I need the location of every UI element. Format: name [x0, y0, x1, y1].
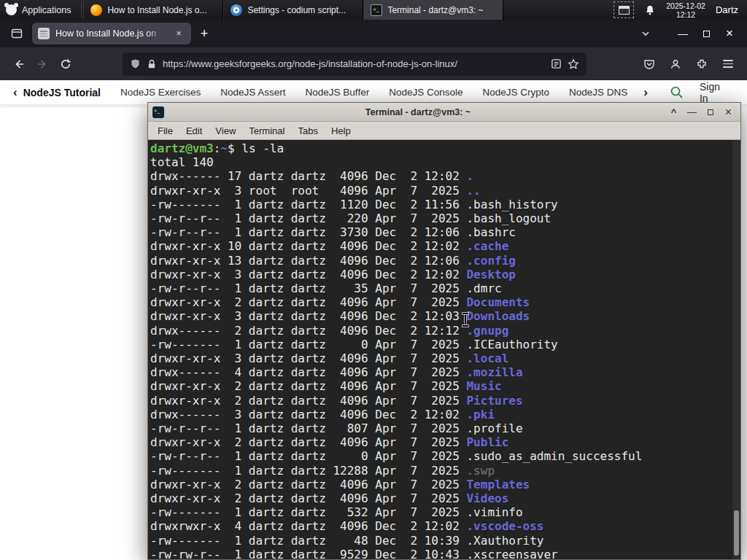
terminal-line: drwx------ 4 dartz dartz 4096 Apr 7 2025… [150, 365, 740, 379]
tracking-shield-icon[interactable] [130, 58, 141, 69]
window-minimize-button[interactable]: — [671, 23, 694, 44]
maximize-icon [703, 31, 710, 37]
terminal-line: drwxr-xr-x 3 dartz dartz 4096 Dec 2 12:0… [150, 309, 740, 323]
terminal-line: -rw------- 1 dartz dartz 12288 Apr 7 202… [150, 464, 740, 478]
site-nav-item[interactable]: NodeJS Console [389, 87, 462, 98]
terminal-menubar: FileEditViewTerminalTabsHelp [148, 122, 740, 140]
file-name: .cache [466, 239, 508, 253]
list-tabs-chevron-icon[interactable] [635, 23, 657, 44]
browser-tab[interactable]: How to Install Node.js on × [32, 23, 191, 44]
terminal-menu-view[interactable]: View [209, 123, 242, 139]
terminal-command: ls -la [241, 141, 284, 155]
nav-back-chevron-icon[interactable]: ‹ [7, 85, 23, 100]
file-name: .pki [466, 408, 495, 421]
site-nav-item[interactable]: NodeJS Crypto [482, 87, 549, 98]
back-button[interactable] [7, 52, 31, 76]
taskbar-window-title: Terminal - dartz@vm3: ~ [387, 5, 483, 15]
terminal-line: drwxr-xr-x 3 dartz dartz 4096 Dec 2 12:0… [150, 268, 740, 281]
terminal-line: drwxr-xr-x 2 dartz dartz 4096 Apr 7 2025… [150, 295, 740, 309]
tray-terminal-icon[interactable] [614, 1, 634, 18]
file-name: .bashrc [466, 225, 515, 239]
site-nav-item[interactable]: NodeJS Exercises [120, 87, 201, 98]
firefox-view-icon[interactable] [6, 23, 28, 44]
terminal-line: -rw-r--r-- 1 dartz dartz 807 Apr 7 2025 … [150, 421, 740, 435]
terminal-line: drwxr-xr-x 13 dartz dartz 4096 Dec 2 12:… [150, 254, 740, 268]
terminal-line: -rw------- 1 dartz dartz 532 Apr 7 2025 … [150, 505, 740, 519]
terminal-listing: drwx------ 17 dartz dartz 4096 Dec 2 12:… [150, 169, 740, 559]
terminal-menu-tabs[interactable]: Tabs [291, 123, 324, 139]
taskbar-window-button[interactable]: Settings - codium script... [223, 0, 363, 20]
file-name: .profile [466, 421, 522, 435]
applications-menu-button[interactable]: Applications [0, 0, 80, 20]
terminal-titlebar[interactable]: Terminal - dartz@vm3: ~ ^ — × [148, 103, 740, 122]
terminal-maximize-button[interactable] [703, 105, 718, 119]
site-nav-items: NodeJS TutorialNodeJS ExercisesNodeJS As… [23, 87, 638, 98]
terminal-scrollbar[interactable] [732, 140, 740, 559]
terminal-menu-help[interactable]: Help [325, 123, 357, 139]
file-name: .local [466, 351, 508, 365]
terminal-line: drwx------ 3 dartz dartz 4096 Dec 2 12:0… [150, 408, 740, 421]
terminal-line: -rw-rw-r-- 1 dartz dartz 9529 Dec 2 10:4… [150, 548, 740, 559]
site-nav-item[interactable]: NodeJS Assert [220, 87, 285, 98]
site-search-icon[interactable] [670, 85, 684, 99]
terminal-close-button[interactable]: × [721, 105, 736, 119]
file-name: .swp [466, 464, 495, 478]
lock-icon[interactable] [147, 59, 157, 69]
nav-forward-chevron-icon[interactable]: › [638, 85, 654, 100]
taskbar-window-button[interactable]: How to Install Node.js o... [83, 0, 223, 20]
new-tab-button[interactable]: + [194, 23, 214, 44]
url-bar[interactable]: https://www.geeksforgeeks.org/node-js/in… [123, 52, 587, 76]
terminal-line: -rw-r--r-- 1 dartz dartz 220 Apr 7 2025 … [150, 211, 740, 225]
terminal-shade-button[interactable]: ^ [666, 105, 681, 119]
file-name: Templates [466, 478, 530, 491]
terminal-menu-file[interactable]: File [151, 123, 179, 139]
prompt-user-host: dartz@vm3 [150, 141, 214, 155]
site-nav-item[interactable]: NodeJS Buffer [306, 87, 370, 98]
terminal-line: -rw------- 1 dartz dartz 1120 Dec 2 11:5… [150, 198, 740, 211]
user-menu[interactable]: Dartz [716, 4, 741, 15]
terminal-minimize-button[interactable]: — [684, 105, 700, 119]
file-name: Downloads [466, 309, 530, 323]
bookmark-star-icon[interactable] [568, 58, 579, 70]
terminal-menu-terminal[interactable]: Terminal [242, 123, 291, 139]
forward-button[interactable] [31, 52, 54, 76]
window-close-button[interactable]: × [718, 23, 741, 44]
terminal-scrollbar-thumb[interactable] [734, 510, 739, 556]
account-icon[interactable] [664, 52, 687, 76]
terminal-line: drwx------ 2 dartz dartz 4096 Dec 2 12:1… [150, 324, 740, 338]
taskbar-window-title: How to Install Node.js o... [107, 5, 206, 15]
site-nav-item[interactable]: NodeJS DNS [569, 87, 627, 98]
file-name: .viminfo [466, 505, 522, 519]
file-name: . [466, 169, 473, 183]
taskbar-windows: How to Install Node.js o...Settings - co… [83, 0, 503, 20]
notification-bell-icon[interactable] [644, 4, 656, 16]
panel-clock[interactable]: 2025-12-02 12:12 [666, 1, 705, 19]
taskbar-window-button[interactable]: Terminal - dartz@vm3: ~ [363, 0, 503, 20]
file-name: .gnupg [466, 324, 508, 338]
file-name: .bash_history [466, 198, 557, 211]
reload-button[interactable] [54, 52, 77, 76]
panel-tray: 2025-12-02 12:12 Dartz [614, 0, 747, 20]
pocket-icon[interactable] [638, 52, 661, 76]
reader-mode-icon[interactable] [551, 58, 562, 69]
settings-icon [231, 4, 242, 16]
file-name: Videos [466, 491, 508, 505]
file-name: .xscreensaver [466, 548, 557, 559]
sign-in-link[interactable]: Sign In [700, 81, 727, 104]
geeksforgeeks-navbar: ‹ NodeJS TutorialNodeJS ExercisesNodeJS … [0, 80, 747, 105]
extensions-icon[interactable] [690, 52, 713, 76]
terminal-line: drwxrwxr-x 4 dartz dartz 4096 Dec 2 12:0… [150, 519, 740, 533]
terminal-menu-edit[interactable]: Edit [179, 123, 209, 139]
terminal-line: drwxr-xr-x 3 root root 4096 Apr 7 2025 .… [150, 184, 740, 198]
taskbar-window-title: Settings - codium script... [247, 5, 346, 15]
site-nav-item[interactable]: NodeJS Tutorial [23, 87, 101, 98]
terminal-line: drwxr-xr-x 2 dartz dartz 4096 Apr 7 2025… [150, 379, 740, 393]
menu-hamburger-icon[interactable] [716, 52, 740, 76]
window-maximize-button[interactable] [694, 23, 718, 44]
terminal-line: -rw------- 1 dartz dartz 48 Dec 2 10:39 … [150, 534, 740, 548]
terminal-app-icon [152, 106, 164, 118]
terminal-content[interactable]: dartz@vm3:~$ ls -la total 140 drwx------… [148, 140, 740, 559]
tab-close-icon[interactable]: × [172, 27, 185, 40]
terminal-maximize-icon [708, 109, 713, 115]
terminal-icon [371, 4, 382, 16]
